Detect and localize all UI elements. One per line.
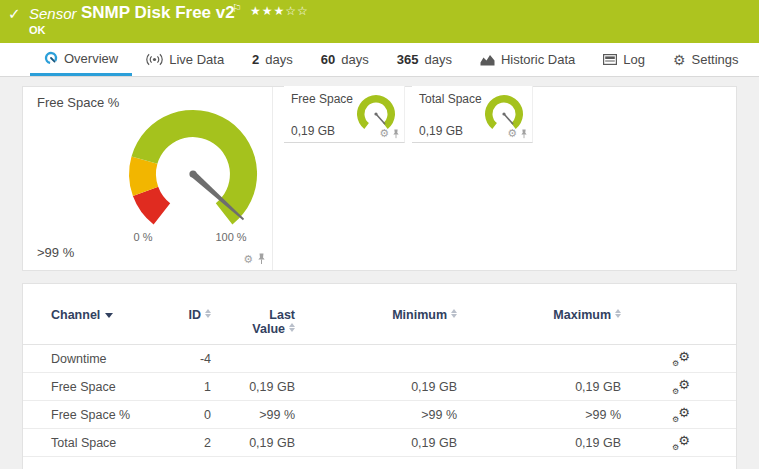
channel-name: Total Space [51, 436, 183, 450]
channel-last-value: 0,19 GB [211, 436, 295, 450]
free-space-pct-gauge [118, 96, 268, 246]
channel-name: Downtime [51, 352, 183, 366]
column-header-last-value[interactable]: LastValue [211, 308, 295, 336]
channel-settings-gears-icon[interactable]: ⚙⚙ [672, 379, 690, 395]
channel-maximum: 0,19 GB [457, 380, 621, 394]
channel-maximum: 0,19 GB [457, 436, 621, 450]
sort-icon [615, 309, 621, 319]
tab-label: Log [623, 52, 645, 67]
channel-name: Free Space [51, 380, 183, 394]
settings-gear-icon: ⚙ [673, 53, 686, 67]
gauge-value: >99 % [37, 245, 74, 260]
channel-id: -4 [183, 352, 211, 366]
tab-historic-data[interactable]: Historic Data [466, 43, 589, 76]
pin-icon[interactable] [520, 129, 528, 139]
table-row-free-space-pct: Free Space % 0 >99 % >99 % >99 % ⚙⚙ [23, 401, 736, 429]
tab-60-days[interactable]: 60 days [307, 43, 383, 76]
column-header-maximum[interactable]: Maximum [457, 308, 621, 322]
column-header-channel[interactable]: Channel [51, 308, 183, 322]
channel-minimum: >99 % [295, 408, 457, 422]
priority-stars[interactable]: ★★★☆☆ [250, 4, 309, 18]
sensor-title: SNMP Disk Free v2 [81, 3, 235, 23]
object-kind-label: Sensor [29, 5, 77, 22]
stars-filled[interactable]: ★★★ [250, 4, 285, 18]
table-row-free-space: Free Space 1 0,19 GB 0,19 GB 0,19 GB ⚙⚙ [23, 373, 736, 401]
tab-bar: Overview Live Data 2 days 60 days 365 da… [0, 43, 759, 77]
column-header-label: Minimum [392, 308, 447, 322]
log-list-icon [603, 54, 617, 65]
gauge-panel-total-space: Total Space 0,19 GB ⚙ [412, 86, 533, 143]
gauge-scale-min: 0 % [123, 231, 163, 243]
status-ok-check-icon: ✓ [8, 5, 21, 23]
tab-label: Live Data [169, 52, 224, 67]
column-header-label: Maximum [553, 308, 611, 322]
channel-name: Free Space % [51, 408, 183, 422]
status-badge: OK [29, 24, 46, 36]
gauge-needle [504, 114, 513, 124]
tab-label: days [341, 52, 368, 67]
historic-chart-icon [480, 54, 495, 66]
channel-minimum: 0,19 GB [295, 436, 457, 450]
channel-settings-gears-icon[interactable]: ⚙⚙ [672, 407, 690, 423]
tab-number: 365 [397, 52, 419, 67]
stars-empty[interactable]: ☆☆ [285, 4, 309, 18]
table-header-row: Channel ID LastValue Minimum Maximum [23, 284, 736, 345]
column-header-label: Channel [51, 308, 100, 322]
overview-gauges-section: Free Space % 0 % 100 % >99 % ⚙ Free Spac… [22, 86, 737, 271]
gauge-panel-free-space-pct: Free Space % 0 % 100 % >99 % ⚙ [23, 87, 273, 270]
tab-live-data[interactable]: Live Data [132, 43, 238, 76]
gauge-title: Total Space [419, 92, 482, 106]
gauge-settings-gear-icon[interactable]: ⚙ [243, 254, 253, 265]
sort-desc-icon [105, 313, 113, 318]
tab-label: Historic Data [501, 52, 575, 67]
channel-table: Channel ID LastValue Minimum Maximum Dow… [22, 283, 737, 469]
tab-label: days [424, 52, 451, 67]
sort-icon [289, 323, 295, 333]
tab-number: 60 [321, 52, 335, 67]
gauge-icon [44, 51, 58, 65]
channel-settings-gears-icon[interactable]: ⚙⚙ [672, 351, 690, 367]
table-row-total-space: Total Space 2 0,19 GB 0,19 GB 0,19 GB ⚙⚙ [23, 429, 736, 457]
gauge-value: 0,19 GB [291, 124, 335, 138]
pin-icon[interactable] [257, 253, 266, 265]
gauge-title: Free Space % [37, 95, 119, 110]
tab-overview[interactable]: Overview [30, 43, 132, 76]
gauge-panel-free-space: Free Space 0,19 GB ⚙ [284, 86, 405, 143]
column-header-label: ID [189, 308, 202, 322]
tab-settings[interactable]: ⚙ Settings [659, 43, 753, 76]
channel-id: 1 [183, 380, 211, 394]
gauge-settings-gear-icon[interactable]: ⚙ [379, 128, 389, 139]
gauge-needle [376, 114, 385, 124]
channel-id: 0 [183, 408, 211, 422]
gauge-value: 0,19 GB [419, 124, 463, 138]
tab-log[interactable]: Log [589, 43, 659, 76]
priority-flag-icon[interactable]: ⚐ [232, 2, 242, 15]
live-signal-icon [146, 53, 163, 66]
channel-id: 2 [183, 436, 211, 450]
tab-label: Settings [692, 52, 739, 67]
tab-2-days[interactable]: 2 days [238, 43, 307, 76]
column-header-id[interactable]: ID [183, 308, 211, 322]
tab-label: Overview [64, 51, 118, 66]
pin-icon[interactable] [392, 129, 400, 139]
column-header-minimum[interactable]: Minimum [295, 308, 457, 322]
channel-settings-gears-icon[interactable]: ⚙⚙ [672, 435, 690, 451]
gauge-scale-max: 100 % [206, 231, 256, 243]
column-header-label: Value [252, 322, 285, 336]
gauge-settings-gear-icon[interactable]: ⚙ [507, 128, 517, 139]
channel-last-value: >99 % [211, 408, 295, 422]
tab-365-days[interactable]: 365 days [383, 43, 466, 76]
tab-label: days [265, 52, 292, 67]
gauge-title: Free Space [291, 92, 353, 106]
channel-minimum: 0,19 GB [295, 380, 457, 394]
channel-maximum: >99 % [457, 408, 621, 422]
table-row-downtime: Downtime -4 ⚙⚙ [23, 345, 736, 373]
sensor-header: ✓ Sensor SNMP Disk Free v2 ⚐ ★★★☆☆ OK [0, 0, 759, 43]
tab-number: 2 [252, 52, 259, 67]
channel-last-value: 0,19 GB [211, 380, 295, 394]
column-header-label: Last [211, 308, 295, 322]
